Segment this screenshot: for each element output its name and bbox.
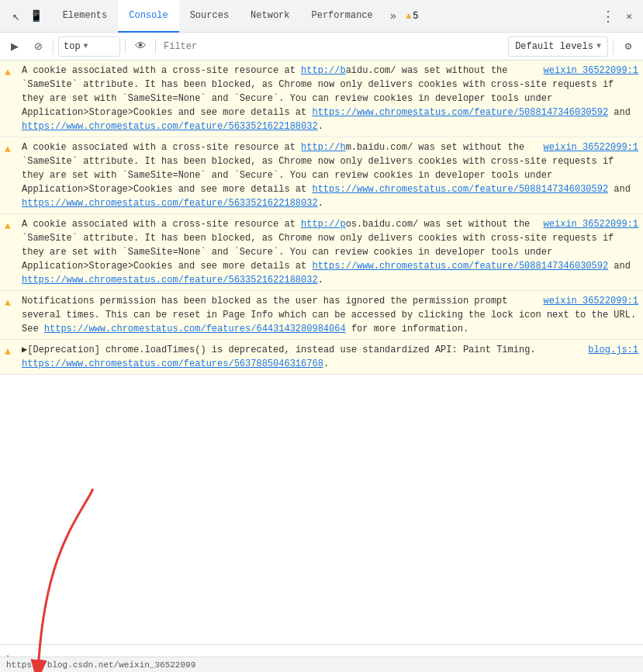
warning-icon: ▲	[5, 219, 17, 234]
tab-sources[interactable]: Sources	[179, 0, 240, 33]
tab-network[interactable]: Network	[240, 0, 300, 33]
close-devtools-button[interactable]: ✕	[623, 7, 635, 26]
log-entry: ▲ ▶[Deprecation] chrome.loadTimes() is d…	[0, 340, 643, 375]
filter-divider-3	[155, 39, 156, 54]
log-link[interactable]: https://www.chromestatus.com/feature/508…	[312, 184, 608, 195]
context-dropdown-arrow: ▼	[84, 42, 88, 50]
device-icon[interactable]: 📱	[26, 6, 46, 26]
log-source-link[interactable]: weixin_36522099:1	[544, 294, 638, 308]
show-issues-button[interactable]: 👁	[130, 36, 150, 57]
log-link[interactable]: https://www.chromestatus.com/feature/563…	[22, 275, 318, 286]
warning-icon: ▲	[5, 65, 17, 81]
log-entry: ▲ A cookie associated with a cross-site …	[0, 214, 643, 291]
log-link[interactable]: https://www.chromestatus.com/feature/508…	[312, 261, 608, 272]
filter-divider-4	[613, 39, 614, 54]
filter-input[interactable]	[161, 40, 505, 54]
log-link[interactable]: https://www.chromestatus.com/feature/563…	[22, 121, 318, 132]
log-link[interactable]: http://p	[301, 219, 346, 230]
log-link[interactable]: http://b	[301, 65, 346, 76]
log-entry: ▲ Notifications permission has been bloc…	[0, 291, 643, 340]
more-tabs-button[interactable]: »	[384, 0, 403, 33]
warning-icon: ▲	[5, 345, 17, 360]
tab-elements[interactable]: Elements	[52, 0, 119, 33]
log-entry: ▲ A cookie associated with a cross-site …	[0, 61, 643, 137]
settings-button[interactable]: ⚙	[618, 36, 638, 57]
log-link[interactable]: https://www.chromestatus.com/feature/563…	[22, 198, 318, 209]
tab-console[interactable]: Console	[118, 0, 178, 33]
log-source-link[interactable]: weixin_36522099:1	[544, 140, 638, 154]
log-level-selector[interactable]: Default levels ▼	[508, 36, 608, 57]
tab-performance-label: Performance	[312, 10, 373, 21]
tab-bar: ↖ 📱 Elements Console Sources Network Per…	[0, 0, 643, 33]
tab-sources-label: Sources	[190, 10, 229, 21]
tab-performance[interactable]: Performance	[301, 0, 384, 33]
log-level-label: Default levels	[515, 41, 593, 52]
context-selector[interactable]: top ▼	[58, 36, 120, 57]
tab-elements-label: Elements	[63, 10, 108, 21]
log-source-link[interactable]: blog.js:1	[588, 343, 638, 357]
status-bar: https://blog.csdn.net/weixin_36522099	[0, 656, 643, 672]
log-text: A cookie associated with a cross-site re…	[22, 140, 638, 210]
tab-end-icons: ⋮ ✕	[598, 5, 640, 28]
more-tabs-icon: »	[390, 10, 396, 23]
kebab-menu-button[interactable]: ⋮	[598, 5, 618, 28]
warning-icon: ▲	[5, 142, 17, 158]
log-entry: ▲ A cookie associated with a cross-site …	[0, 137, 643, 214]
log-text: ▶[Deprecation] chrome.loadTimes() is dep…	[22, 343, 638, 371]
status-url: https://blog.csdn.net/weixin_36522099	[6, 660, 195, 670]
filter-divider-2	[125, 39, 126, 54]
log-source-link[interactable]: weixin_36522099:1	[544, 64, 638, 78]
filter-divider-1	[53, 39, 54, 54]
filter-bar: ▶ ⊘ top ▼ 👁 Default levels ▼ ⚙	[0, 33, 643, 61]
console-output: ▲ A cookie associated with a cross-site …	[0, 61, 643, 644]
warning-count: 5	[413, 11, 418, 22]
log-source-link[interactable]: weixin_36522099:1	[544, 217, 638, 231]
log-text: A cookie associated with a cross-site re…	[22, 217, 638, 287]
log-text: Notifications permission has been blocke…	[22, 294, 638, 336]
log-link[interactable]: http://h	[301, 142, 346, 153]
warning-badge: ▲ 5	[406, 11, 418, 22]
devtools-icons: ↖ 📱	[3, 5, 52, 27]
warning-icon: ▲	[5, 296, 17, 311]
warning-icon: ▲	[406, 11, 411, 22]
log-level-arrow: ▼	[596, 42, 601, 50]
log-link[interactable]: https://www.chromestatus.com/feature/508…	[312, 107, 608, 118]
log-link[interactable]: https://www.chromestatus.com/features/64…	[44, 324, 346, 334]
cursor-icon[interactable]: ↖	[9, 5, 23, 27]
tab-console-label: Console	[129, 10, 168, 21]
context-label: top	[64, 41, 81, 52]
clear-console-button[interactable]: ⊘	[28, 36, 48, 57]
log-text: A cookie associated with a cross-site re…	[22, 64, 638, 133]
execute-expression-button[interactable]: ▶	[5, 36, 25, 57]
tab-network-label: Network	[251, 10, 289, 21]
log-link[interactable]: https://www.chromestatus.com/features/56…	[22, 359, 323, 369]
